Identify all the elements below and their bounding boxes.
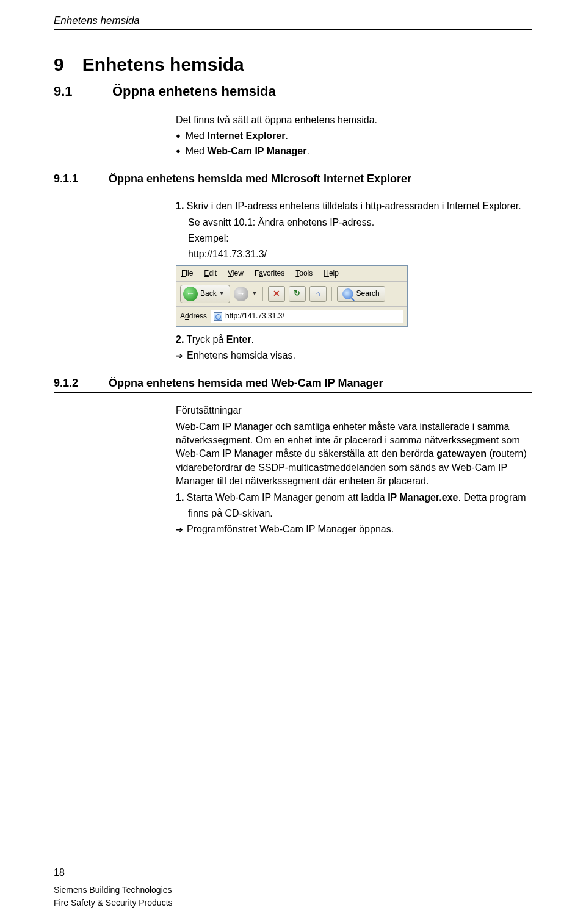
ie-address-input[interactable]: http://141.73.31.3/ [211,310,403,323]
ie-back-button[interactable]: ← Back ▼ [180,285,230,303]
address-label: Address [180,311,207,321]
h3-number: 9.1.2 [54,377,94,390]
section-912: Förutsättningar Web-Cam IP Manager och s… [176,404,532,537]
ie-menubar: File Edit View Favorites Tools Help [176,266,407,282]
h2-number: 9.1 [54,84,94,99]
section-911: 1. Skriv i den IP-adress enhetens tillde… [176,199,532,362]
step-1-cont: finns på CD-skivan. [188,507,532,520]
ie-menu-tools[interactable]: Tools [295,268,313,279]
ie-screenshot: File Edit View Favorites Tools Help ← Ba… [176,265,408,327]
ie-home-button[interactable]: ⌂ [309,286,327,302]
back-label: Back [200,288,217,299]
h1-number: 9 [54,54,64,75]
page-number: 18 [54,865,173,880]
ie-search-button[interactable]: Search [337,286,385,302]
step-result: Enhetens hemsida visas. [176,349,532,362]
heading-3: 9.1.1 Öppna enhetens hemsida med Microso… [54,173,532,188]
intro-line: Det finns två sätt att öppna enhetens he… [176,113,532,127]
h3-number: 9.1.1 [54,173,94,185]
chevron-down-icon[interactable]: ▼ [252,290,258,298]
ie-menu-edit[interactable]: Edit [204,268,217,279]
example-url: http://141.73.31.3/ [188,248,532,261]
running-header: Enhetens hemsida [54,15,532,27]
search-label: Search [356,288,380,299]
back-arrow-icon: ← [183,287,198,301]
search-icon [342,288,353,299]
h3-text: Öppna enhetens hemsida med Web-Cam IP Ma… [109,377,383,390]
example-label: Exempel: [188,232,532,245]
prereq-body: Web-Cam IP Manager och samtliga enheter … [176,420,532,489]
toolbar-separator [331,287,332,301]
home-icon: ⌂ [315,288,320,300]
footer-line-1: Siemens Building Technologies [54,884,173,897]
bullet-text: Med Web-Cam IP Manager. [186,145,309,158]
ie-address-bar: Address http://141.73.31.3/ [176,307,407,326]
step-1-note: Se avsnitt 10.1: Ändra enhetens IP-adres… [188,216,532,229]
ie-menu-favorites[interactable]: Favorites [255,268,284,279]
intro-block: Det finns två sätt att öppna enhetens he… [176,113,532,158]
bullet-icon [176,129,181,143]
step-2: 2. Tryck på Enter. [176,333,532,346]
ie-menu-file[interactable]: File [181,268,193,279]
step-1: 1. Starta Web-Cam IP Manager genom att l… [176,491,532,504]
ie-refresh-button[interactable]: ↻ [289,286,306,302]
prereq-label: Förutsättningar [176,404,532,417]
bullet-item: Med Internet Explorer. [176,129,532,143]
bullet-text: Med Internet Explorer. [186,129,288,143]
h2-text: Öppna enhetens hemsida [112,84,276,99]
step-result: Programfönstret Web-Cam IP Manager öppna… [176,523,532,536]
step-1: 1. Skriv i den IP-adress enhetens tillde… [176,199,532,213]
h1-text: Enhetens hemsida [82,54,244,75]
ie-menu-view[interactable]: View [228,268,244,279]
page-icon [214,312,222,321]
header-rule [54,29,532,30]
ie-toolbar: ← Back ▼ → ▼ ✕ ↻ ⌂ Search [176,282,407,307]
heading-2: 9.1 Öppna enhetens hemsida [54,84,532,102]
arrow-icon [176,524,187,534]
stop-icon: ✕ [273,288,280,300]
heading-1: 9 Enhetens hemsida [54,54,532,75]
page-footer: 18 Siemens Building Technologies Fire Sa… [54,865,173,909]
bullet-item: Med Web-Cam IP Manager. [176,145,532,158]
ie-stop-button[interactable]: ✕ [268,286,285,302]
toolbar-separator [262,287,263,301]
chevron-down-icon: ▼ [219,290,225,298]
refresh-icon: ↻ [294,288,300,299]
ie-forward-button[interactable]: → [234,287,248,301]
bullet-icon [176,145,181,158]
heading-3: 9.1.2 Öppna enhetens hemsida med Web-Cam… [54,377,532,393]
address-value: http://141.73.31.3/ [225,311,284,321]
arrow-icon [176,350,187,360]
h3-text: Öppna enhetens hemsida med Microsoft Int… [109,173,411,185]
ie-menu-help[interactable]: Help [324,268,339,279]
footer-line-2: Fire Safety & Security Products [54,897,173,909]
